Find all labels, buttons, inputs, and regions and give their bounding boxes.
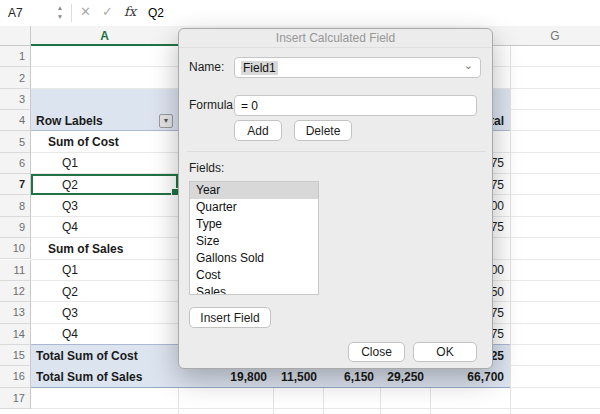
- field-list-item[interactable]: Sales: [190, 284, 318, 295]
- pivot-row-label-cell[interactable]: Q4: [31, 217, 178, 238]
- chevron-down-icon[interactable]: ⌄: [464, 59, 473, 72]
- row-header[interactable]: 12: [0, 281, 31, 302]
- formula-bar: A7 ▲▼ ✕ ✓ fx Q2: [0, 0, 600, 27]
- row-header[interactable]: 8: [0, 195, 31, 216]
- field-list-item[interactable]: Size: [190, 233, 318, 250]
- pivot-row-label-cell[interactable]: [31, 388, 178, 409]
- excel-window: A7 ▲▼ ✕ ✓ fx Q2 A G 1234Row Labels▼tal5S…: [0, 0, 600, 414]
- select-all-corner[interactable]: [0, 26, 31, 46]
- name-box-stepper[interactable]: ▲▼: [54, 3, 66, 21]
- active-cell-selection[interactable]: [31, 174, 178, 195]
- pivot-row-label-cell[interactable]: Q3: [31, 195, 178, 216]
- row-header[interactable]: 1: [0, 46, 31, 67]
- row-header[interactable]: 9: [0, 217, 31, 238]
- insert-calculated-field-dialog: Insert Calculated Field Name: Field1 ⌄ F…: [178, 28, 493, 369]
- row-header[interactable]: 4: [0, 110, 31, 131]
- pivot-row-label-cell[interactable]: [31, 67, 178, 88]
- dialog-title: Insert Calculated Field: [179, 29, 492, 48]
- row-header[interactable]: 11: [0, 260, 31, 281]
- divider: [187, 151, 486, 152]
- field-list-item[interactable]: Year: [190, 182, 318, 199]
- fields-label: Fields:: [189, 161, 224, 175]
- add-button[interactable]: Add: [234, 120, 282, 141]
- value-cell[interactable]: 19,800: [178, 366, 273, 387]
- divider: [71, 4, 72, 22]
- pivot-row-label-cell[interactable]: [31, 89, 178, 110]
- pivot-row-label-cell[interactable]: Total Sum of Sales: [31, 366, 178, 387]
- field-list-item[interactable]: Type: [190, 216, 318, 233]
- row-header[interactable]: 17: [0, 388, 31, 409]
- formula-label: Formula:: [189, 98, 236, 112]
- field-list-item[interactable]: Gallons Sold: [190, 250, 318, 267]
- insert-function-icon[interactable]: fx: [124, 4, 136, 19]
- column-header-G[interactable]: G: [510, 29, 600, 43]
- row-header[interactable]: 10: [0, 238, 31, 259]
- ok-button[interactable]: OK: [413, 342, 477, 362]
- pivot-row-label-cell[interactable]: Q4: [31, 324, 178, 345]
- pivot-row-label-cell[interactable]: Total Sum of Cost: [31, 345, 178, 366]
- pivot-row-label-cell[interactable]: Q1: [31, 260, 178, 281]
- formula-field-value: = 0: [241, 99, 258, 113]
- name-value: Field1: [241, 61, 278, 75]
- confirm-icon[interactable]: ✓: [102, 4, 113, 19]
- pivot-row-label-cell[interactable]: [31, 46, 178, 67]
- row-header[interactable]: 5: [0, 131, 31, 152]
- column-header-A[interactable]: A: [31, 29, 178, 43]
- pivot-row-label-cell[interactable]: Row Labels▼: [31, 110, 178, 131]
- cancel-icon[interactable]: ✕: [80, 4, 91, 19]
- row-header[interactable]: 6: [0, 153, 31, 174]
- pivot-row-label-cell[interactable]: Q1: [31, 153, 178, 174]
- value-cell[interactable]: 29,250: [380, 366, 430, 387]
- field-list-item[interactable]: Quarter: [190, 199, 318, 216]
- name-combobox[interactable]: Field1 ⌄: [234, 57, 481, 78]
- row-header[interactable]: 3: [0, 89, 31, 110]
- name-label: Name:: [189, 60, 224, 74]
- pivot-row-label-cell[interactable]: Sum of Cost: [31, 131, 178, 152]
- row-header[interactable]: 14: [0, 324, 31, 345]
- grand-total-cell[interactable]: 66,700: [430, 366, 510, 387]
- row-header[interactable]: 7: [0, 174, 31, 195]
- row-header[interactable]: 2: [0, 67, 31, 88]
- formula-field[interactable]: = 0: [234, 95, 477, 116]
- value-cell[interactable]: 11,500: [273, 366, 323, 387]
- row-header[interactable]: 15: [0, 345, 31, 366]
- pivot-row-label-cell[interactable]: Sum of Sales: [31, 238, 178, 259]
- delete-button[interactable]: Delete: [294, 120, 352, 141]
- insert-field-button[interactable]: Insert Field: [189, 307, 271, 328]
- pivot-row-label-cell[interactable]: Q3: [31, 302, 178, 323]
- formula-input[interactable]: Q2: [148, 6, 164, 20]
- row-header[interactable]: 16: [0, 366, 31, 387]
- fields-listbox[interactable]: YearQuarterTypeSizeGallons SoldCostSales: [189, 181, 319, 295]
- pivot-row-label-cell[interactable]: Q2: [31, 281, 178, 302]
- gridline: [510, 46, 511, 414]
- close-button[interactable]: Close: [348, 342, 405, 362]
- value-cell[interactable]: 6,150: [323, 366, 380, 387]
- name-box[interactable]: A7: [8, 6, 23, 20]
- field-list-item[interactable]: Cost: [190, 267, 318, 284]
- row-header[interactable]: 13: [0, 302, 31, 323]
- filter-dropdown-button[interactable]: ▼: [159, 114, 173, 128]
